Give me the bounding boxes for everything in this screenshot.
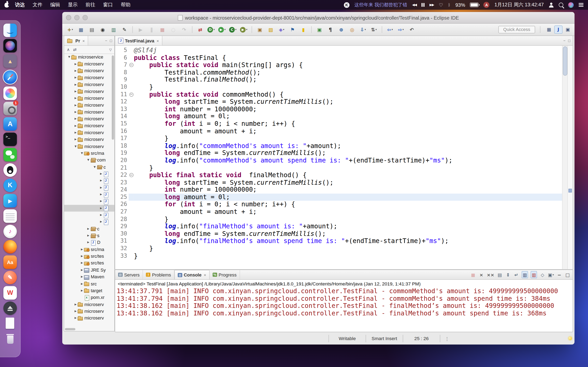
tree-item-microserv[interactable]: ▶microserv [64,315,114,322]
tree-item-microserv[interactable]: ▶microserv [64,74,114,81]
globe-icon[interactable]: ⊕ [337,25,346,34]
code-line-23[interactable]: 23 long startTime = System.currentTimeMi… [115,179,562,186]
tab-testfinal-java[interactable]: J TestFinal.java × [115,36,162,45]
line-number[interactable]: 22 [115,171,129,179]
disclosure-closed-icon[interactable]: ▶ [73,317,78,319]
menu-item-6[interactable]: 窗口 [103,1,113,8]
tree-item-srcma[interactable]: ▼src/ma [64,150,114,157]
line-number[interactable]: 31 [115,238,129,245]
overview-ruler[interactable] [567,46,573,269]
tree-item-microserv[interactable]: ▶microserv [64,60,114,67]
line-number[interactable]: 8 [115,69,129,76]
disclosure-closed-icon[interactable]: ▶ [80,255,84,258]
code-line-33[interactable]: 33} [115,252,562,259]
open-folder-icon[interactable]: ▧ [266,25,276,34]
line-number[interactable]: 26 [115,201,129,208]
word-wrap-icon[interactable]: ↵ [513,272,519,278]
explorer-horizontal-scrollbar[interactable] [65,328,75,330]
clear-console-icon[interactable]: ▤ [497,272,503,278]
disclosure-closed-icon[interactable]: ▶ [73,83,78,86]
line-number[interactable]: 6 [115,54,129,62]
code-line-22[interactable]: 22 public final static void finalMethod(… [115,171,562,179]
code-line-11[interactable]: 11 public static void commomMethod() { [115,91,562,98]
menu-item-1[interactable]: 访达 [15,1,25,8]
disclosure-closed-icon[interactable]: ▶ [99,220,103,224]
disclosure-closed-icon[interactable]: ▶ [73,69,78,72]
tree-item-microserv[interactable]: ▶microserv [64,81,114,88]
code-area[interactable]: 5@Slf4j6public class TestFinal {7 public… [115,46,562,269]
maximize-panel-icon[interactable]: □ [568,39,571,43]
collapse-all-icon[interactable]: ∧ [67,47,70,52]
line-number[interactable]: 30 [115,230,129,238]
open-console-icon[interactable]: ▣▾ [548,272,554,278]
previous-track-icon[interactable]: ◀◀ [412,3,417,7]
dock-eject[interactable] [3,301,17,315]
disconnect-icon[interactable]: ◌ [168,25,178,34]
open-task-icon[interactable]: ▥ [109,25,119,34]
disclosure-closed-icon[interactable]: ▶ [80,282,84,285]
dock-safari[interactable] [3,70,17,85]
dock-itunes[interactable]: ♪ [3,225,17,238]
coverage-icon[interactable]: C▾ [228,25,238,34]
code-line-10[interactable]: 10 } [115,83,562,91]
dock-launchpad[interactable]: ▲ [3,54,17,68]
tab-problems[interactable]: !Problems [143,270,174,279]
line-number[interactable]: 10 [115,83,129,91]
resume-icon[interactable]: ▶ [136,25,146,34]
close-icon[interactable]: × [156,38,159,43]
tree-item-srctes[interactable]: ▶src/tes [64,259,114,267]
tree-item[interactable]: ▶ [64,205,114,212]
code-line-8[interactable]: 8 TestFinal.commomMethod(); [115,69,562,76]
dock-firefox[interactable] [3,240,17,253]
tree-item-microserv[interactable]: ▶microserv [64,136,114,143]
line-number[interactable]: 7 [115,62,129,69]
menu-item-2[interactable]: 文件 [33,1,43,8]
import-icon[interactable]: ⇩▾ [358,25,368,34]
tree-item-microserv[interactable]: ▶microserv [64,108,114,115]
menu-item-5[interactable]: 前往 [86,1,95,8]
tree-item-pomxr[interactable]: pom.xr [64,294,114,301]
link-with-editor-icon[interactable]: ⇄ [73,47,77,52]
line-number[interactable]: 18 [115,142,129,150]
disclosure-closed-icon[interactable]: ▶ [99,186,103,189]
view-menu-icon[interactable]: ▽ [109,48,112,51]
remove-launch-icon[interactable]: × [479,272,484,278]
code-line-9[interactable]: 9 TestFinal.finalMethod(); [115,76,562,83]
disclosure-closed-icon[interactable]: ▶ [99,200,103,203]
siri-icon[interactable] [568,2,574,8]
code-line-16[interactable]: 16 amount = amount + i; [115,127,562,135]
disclosure-closed-icon[interactable]: ▶ [99,172,103,175]
junit-icon[interactable]: ▣ [315,25,324,34]
dock-trash[interactable] [3,332,17,346]
quick-access-field[interactable]: Quick Access [498,26,535,33]
remove-all-launches-icon[interactable]: ×× [487,272,494,278]
run-icon[interactable]: ▶▾ [217,25,227,34]
apple-menu-icon[interactable] [4,2,9,7]
line-number[interactable]: 13 [115,105,129,113]
next-track-icon[interactable]: ▶▶ [430,3,434,7]
save-icon[interactable]: ▦ [76,25,86,34]
line-number[interactable]: 9 [115,76,129,83]
tree-item[interactable]: ▶ [64,212,114,218]
disclosure-open-icon[interactable]: ▼ [86,159,90,162]
disclosure-closed-icon[interactable]: ▶ [73,131,78,134]
tree-item[interactable]: ▶ [64,177,114,184]
terminate-icon[interactable]: ■ [157,25,167,34]
disclosure-closed-icon[interactable]: ▶ [86,241,90,244]
disclosure-closed-icon[interactable]: ▶ [99,207,103,210]
disclosure-closed-icon[interactable]: ▶ [73,110,78,114]
notification-lamp-icon[interactable] [568,337,572,340]
disclosure-closed-icon[interactable]: ▶ [80,248,84,251]
code-line-12[interactable]: 12 long startTime = System.currentTimeMi… [115,98,562,106]
disclosure-open-icon[interactable]: ▼ [80,152,84,155]
scrollbar-thumb[interactable] [563,47,567,76]
disclosure-closed-icon[interactable]: ▶ [73,303,78,306]
disclosure-open-icon[interactable]: ▼ [67,55,71,58]
menu-item-4[interactable]: 显示 [68,1,78,8]
disclosure-closed-icon[interactable]: ▶ [86,234,90,237]
line-number[interactable]: 11 [115,91,129,98]
dock-photos[interactable] [3,86,17,100]
dock-qq[interactable] [3,163,17,177]
line-number[interactable]: 21 [115,164,129,171]
pin-console-icon[interactable]: ◇ [540,272,545,278]
